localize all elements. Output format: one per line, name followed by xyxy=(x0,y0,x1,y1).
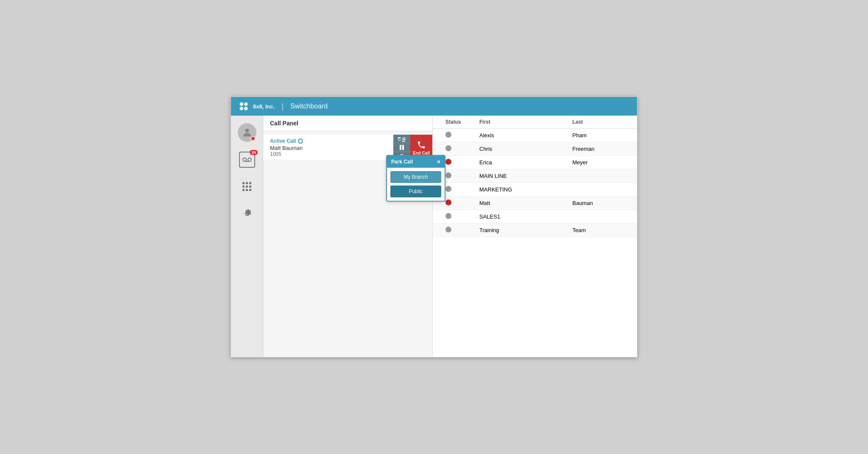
row-first-name: MAIN LINE xyxy=(475,169,568,183)
park-dropdown-title: Park Call xyxy=(391,159,413,165)
end-call-label: End Call xyxy=(413,151,430,155)
status-indicator xyxy=(445,199,451,205)
row-status-dot-cell xyxy=(433,129,441,142)
voicemail-badge: 29 xyxy=(250,150,257,155)
pause-icon xyxy=(399,144,405,150)
svg-rect-9 xyxy=(246,182,248,184)
dialpad-icon xyxy=(239,179,255,195)
sidebar-settings[interactable] xyxy=(234,201,260,227)
directory-row[interactable]: SALES1 xyxy=(433,210,637,224)
row-status-dot-cell xyxy=(433,210,441,224)
row-last-name: Meyer xyxy=(568,156,637,169)
row-first-name: Alexis xyxy=(475,129,568,142)
status-indicator xyxy=(445,172,451,178)
row-last-name xyxy=(568,183,637,197)
svg-point-3 xyxy=(244,107,248,111)
gear-symbol xyxy=(242,208,253,219)
svg-point-4 xyxy=(245,129,249,133)
svg-point-2 xyxy=(239,107,243,111)
directory-row[interactable]: AlexisPham xyxy=(433,129,637,142)
park-public-button[interactable]: Public xyxy=(390,185,441,197)
header-logo: 8x8, Inc. xyxy=(238,100,275,112)
row-first-name: Matt xyxy=(475,197,568,210)
row-status-cell xyxy=(441,156,475,169)
call-panel-body: Active Call Matt Bauman 1005 0:10 xyxy=(263,131,432,164)
app-window: 8x8, Inc. | Switchboard xyxy=(231,97,637,357)
main-layout: 29 xyxy=(231,116,637,357)
status-indicator xyxy=(445,213,451,219)
svg-rect-8 xyxy=(242,182,245,184)
call-panel-header: Call Panel xyxy=(263,116,432,131)
row-last-name: Team xyxy=(568,224,637,237)
col-status-label: Status xyxy=(441,116,475,129)
directory-row[interactable]: MAIN LINE xyxy=(433,169,637,183)
svg-point-1 xyxy=(244,102,248,106)
row-status-dot-cell xyxy=(433,142,441,156)
park-dropdown-header: Park Call × xyxy=(387,156,445,168)
row-first-name: SALES1 xyxy=(475,210,568,224)
voicemail-symbol xyxy=(242,157,252,163)
active-call-info: Active Call Matt Bauman 1005 xyxy=(270,138,412,157)
row-status-cell xyxy=(441,169,475,183)
status-indicator xyxy=(445,159,451,165)
directory-tbody: AlexisPhamChrisFreemanEricaMeyerMAIN LIN… xyxy=(433,129,637,237)
pause-button[interactable] xyxy=(393,143,410,152)
svg-rect-12 xyxy=(246,185,248,188)
row-last-name: Pham xyxy=(568,129,637,142)
directory-table: Status First Last AlexisPhamChrisFreeman… xyxy=(433,116,637,237)
row-status-cell xyxy=(441,197,475,210)
row-first-name: MARKETING xyxy=(475,183,568,197)
sidebar-dialpad[interactable] xyxy=(234,174,260,199)
park-dropdown-body: My Branch Public xyxy=(387,168,445,201)
park-my-branch-button[interactable]: My Branch xyxy=(390,171,441,183)
col-first: First xyxy=(475,116,568,129)
header: 8x8, Inc. | Switchboard xyxy=(231,97,637,116)
directory-row[interactable]: MARKETING xyxy=(433,183,637,197)
settings-icon xyxy=(239,206,255,222)
directory-row[interactable]: ChrisFreeman xyxy=(433,142,637,156)
row-first-name: Training xyxy=(475,224,568,237)
svg-point-0 xyxy=(239,102,243,106)
status-indicator xyxy=(445,132,451,138)
park-dropdown-close[interactable]: × xyxy=(437,158,440,165)
call-panel: Call Panel Active Call Matt Bauman xyxy=(263,116,433,357)
sidebar-avatar[interactable] xyxy=(234,120,260,145)
col-last: Last xyxy=(568,116,637,129)
svg-rect-16 xyxy=(249,189,251,191)
status-indicator xyxy=(445,186,451,192)
row-status-cell xyxy=(441,183,475,197)
status-indicator xyxy=(445,227,451,233)
directory-row[interactable]: EricaMeyer xyxy=(433,156,637,169)
content-area: Call Panel Active Call Matt Bauman xyxy=(263,116,637,357)
sidebar: 29 xyxy=(231,116,263,357)
svg-rect-11 xyxy=(242,185,245,188)
header-divider: | xyxy=(281,102,284,111)
svg-rect-14 xyxy=(242,189,245,191)
row-first-name: Chris xyxy=(475,142,568,156)
directory-row[interactable]: MattBauman xyxy=(433,197,637,210)
row-last-name xyxy=(568,210,637,224)
svg-point-5 xyxy=(243,158,246,161)
row-first-name: Erica xyxy=(475,156,568,169)
svg-rect-17 xyxy=(400,145,401,150)
col-status xyxy=(433,116,441,129)
directory-row[interactable]: TrainingTeam xyxy=(433,224,637,237)
end-call-icon xyxy=(417,140,426,149)
svg-point-6 xyxy=(248,158,251,161)
row-status-cell xyxy=(441,129,475,142)
svg-rect-13 xyxy=(249,185,251,188)
transfer-icon xyxy=(398,135,406,143)
svg-rect-15 xyxy=(246,189,248,191)
app-logo-icon xyxy=(238,100,250,112)
directory-panel: Status First Last AlexisPhamChrisFreeman… xyxy=(433,116,637,357)
status-indicator xyxy=(445,145,451,151)
directory-thead: Status First Last xyxy=(433,116,637,129)
header-title: Switchboard xyxy=(290,102,328,110)
row-last-name: Bauman xyxy=(568,197,637,210)
transfer-button[interactable] xyxy=(393,135,410,143)
row-status-cell xyxy=(441,210,475,224)
active-call-label: Active Call xyxy=(270,138,412,144)
sidebar-voicemail[interactable]: 29 xyxy=(234,147,260,172)
row-status-cell xyxy=(441,224,475,237)
avatar-status-dot xyxy=(250,136,256,141)
